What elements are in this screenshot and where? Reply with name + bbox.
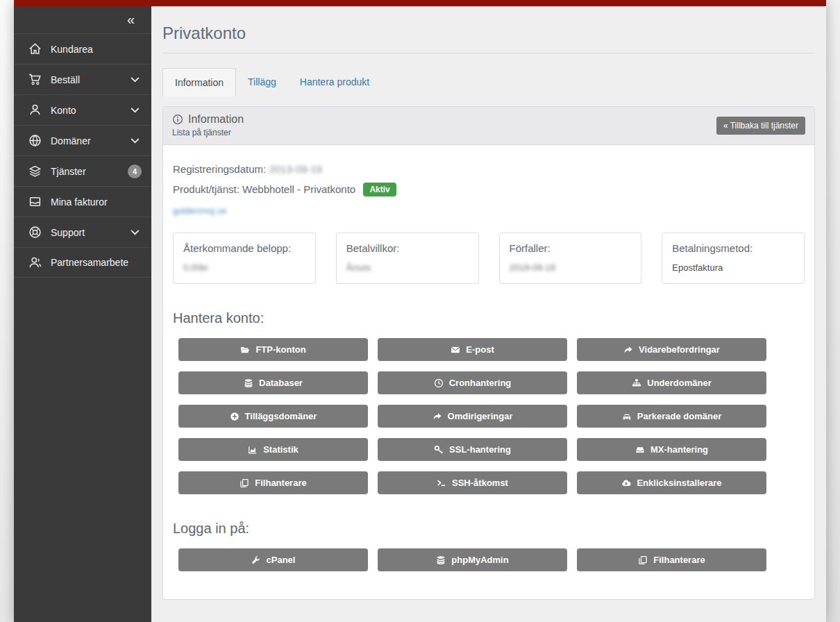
- info-circle-icon: [172, 114, 183, 125]
- ftp-konton-button[interactable]: FTP-konton: [178, 338, 368, 361]
- sitemap-icon: [632, 378, 641, 388]
- statistik-button[interactable]: Statistik: [178, 438, 368, 461]
- chevron-down-icon: [128, 103, 142, 117]
- database-icon: [244, 378, 253, 388]
- sidebar-nav: KundareaBeställKontoDomänerTjänster4Mina…: [14, 33, 151, 278]
- chevron-down-icon: [128, 134, 142, 147]
- cronhantering-button[interactable]: Cronhantering: [378, 371, 567, 394]
- filhanterare-button[interactable]: Filhanterare: [577, 548, 766, 571]
- mx-hantering-button[interactable]: MX-hantering: [577, 438, 766, 461]
- info-box-betalvillkor: Betalvillkor:Årsvis: [336, 233, 479, 284]
- button-label: MX-hantering: [650, 444, 708, 455]
- envelope-icon: [451, 345, 460, 355]
- info-box-value: Årsvis: [346, 262, 469, 273]
- billing-info-boxes: Återkommande belopp:0.00krBetalvillkor:Å…: [173, 233, 805, 284]
- sidebar-item-konto[interactable]: Konto: [14, 94, 151, 125]
- info-box-value: 0.00kr: [183, 262, 305, 273]
- phpmyadmin-button[interactable]: phpMyAdmin: [378, 548, 567, 571]
- button-label: Vidarebefordringar: [639, 344, 720, 355]
- sidebar-item-kundarea[interactable]: Kundarea: [14, 33, 151, 64]
- key-icon: [434, 445, 444, 455]
- car-icon: [622, 412, 632, 421]
- registration-date-label: Registreringsdatum:: [173, 163, 266, 175]
- back-button-label: Tillbaka till tjänster: [730, 121, 798, 131]
- button-label: FTP-konton: [255, 344, 305, 355]
- tab-hantera-produkt[interactable]: Hantera produkt: [288, 68, 381, 96]
- ssh-tkomst-button[interactable]: SSH-åtkomst: [378, 471, 567, 494]
- tab-information[interactable]: Information: [162, 68, 236, 96]
- till-ggsdom-ner-button[interactable]: Tilläggsdomäner: [178, 405, 368, 428]
- sidebar-collapse-button[interactable]: «: [14, 6, 151, 33]
- back-to-services-button[interactable]: « Tillbaka till tjänster: [716, 117, 805, 135]
- brand-top-bar: [14, 0, 826, 6]
- product-tabs: InformationTilläggHantera produkt: [162, 68, 815, 96]
- sidebar-item-label: Kundarea: [51, 44, 142, 55]
- sidebar-item-label: Support: [51, 227, 119, 238]
- forward-icon: [623, 345, 633, 355]
- partner-icon: [28, 256, 42, 269]
- button-label: SSH-åtkomst: [452, 478, 508, 488]
- page-title: Privatkonto: [162, 24, 815, 43]
- button-label: Filhanterare: [255, 478, 306, 488]
- sidebar-item-dom-ner[interactable]: Domäner: [14, 125, 151, 156]
- collapse-icon: «: [127, 12, 135, 28]
- info-box-label: Betalningsmetod:: [672, 242, 794, 254]
- sidebar-item-label: Beställ: [51, 74, 119, 85]
- chevron-down-icon: [128, 73, 142, 86]
- underdom-ner-button[interactable]: Underdomäner: [577, 371, 766, 394]
- enklicksinstallerare-button[interactable]: Enklicksinstallerare: [577, 471, 766, 494]
- vidarebefordringar-button[interactable]: Vidarebefordringar: [577, 338, 766, 361]
- sidebar-item-tj-nster[interactable]: Tjänster4: [14, 156, 151, 186]
- tab-till-gg[interactable]: Tillägg: [236, 68, 288, 96]
- filhanterare-button[interactable]: Filhanterare: [178, 471, 368, 494]
- layers-icon: [28, 165, 42, 178]
- parkerade-dom-ner-button[interactable]: Parkerade domäner: [577, 405, 766, 428]
- button-label: Filhanterare: [653, 555, 705, 565]
- chevron-down-icon: [128, 226, 142, 239]
- wrench-icon: [251, 555, 261, 565]
- info-box-label: Förfaller:: [510, 242, 632, 254]
- back-arrow-icon: «: [723, 121, 728, 131]
- life-ring-icon: [28, 226, 42, 239]
- client-area-page: « KundareaBeställKontoDomänerTjänster4Mi…: [14, 0, 826, 622]
- inbox-solid-icon: [635, 445, 645, 455]
- omdirigeringar-button[interactable]: Omdirigeringar: [378, 405, 567, 428]
- title-divider: [162, 53, 815, 53]
- button-label: Omdirigeringar: [448, 411, 513, 421]
- databaser-button[interactable]: Databaser: [178, 371, 368, 394]
- services-count-badge: 4: [128, 165, 142, 178]
- sidebar-item-best-ll[interactable]: Beställ: [14, 64, 151, 94]
- panel-body: Registreringsdatum: 2013-09-19 Produkt/t…: [163, 145, 814, 599]
- button-label: Enklicksinstallerare: [637, 478, 721, 488]
- button-label: Tilläggsdomäner: [245, 411, 317, 421]
- cloud-download-icon: [621, 478, 631, 488]
- info-box-label: Återkommande belopp:: [183, 242, 305, 254]
- sidebar-item-mina-fakturor[interactable]: Mina fakturor: [14, 186, 151, 217]
- button-label: cPanel: [267, 555, 296, 565]
- plus-circle-icon: [230, 412, 240, 421]
- home-icon: [28, 42, 42, 56]
- e-post-button[interactable]: E-post: [378, 338, 567, 361]
- sidebar-item-support[interactable]: Support: [14, 217, 151, 247]
- cpanel-button[interactable]: cPanel: [178, 548, 368, 571]
- information-panel: Information Lista på tjänster « Tillbaka…: [162, 106, 815, 600]
- info-box-label: Betalvillkor:: [346, 242, 469, 254]
- info-box-value: 2019-09-19: [510, 262, 632, 273]
- domain-link[interactable]: goldenmoj.se: [173, 205, 226, 216]
- login-button-grid: cPanelphpMyAdminFilhanterare: [178, 548, 805, 571]
- sidebar: « KundareaBeställKontoDomänerTjänster4Mi…: [14, 6, 151, 622]
- panel-title: Information: [188, 113, 244, 126]
- copy-icon: [240, 478, 249, 488]
- button-label: Cronhantering: [449, 378, 512, 388]
- folder-open-icon: [240, 345, 250, 355]
- button-label: Underdomäner: [647, 378, 711, 388]
- info-box-terkommande-belopp: Återkommande belopp:0.00kr: [173, 233, 316, 284]
- panel-subtitle: Lista på tjänster: [172, 128, 244, 137]
- ssl-hantering-button[interactable]: SSL-hantering: [378, 438, 567, 461]
- inbox-icon: [28, 195, 42, 208]
- user-icon: [28, 103, 42, 117]
- sidebar-item-partnersamarbete[interactable]: Partnersamarbete: [14, 247, 151, 278]
- forward-icon: [432, 412, 442, 421]
- sidebar-item-label: Partnersamarbete: [51, 257, 142, 268]
- product-label: Produkt/tjänst:: [173, 183, 240, 195]
